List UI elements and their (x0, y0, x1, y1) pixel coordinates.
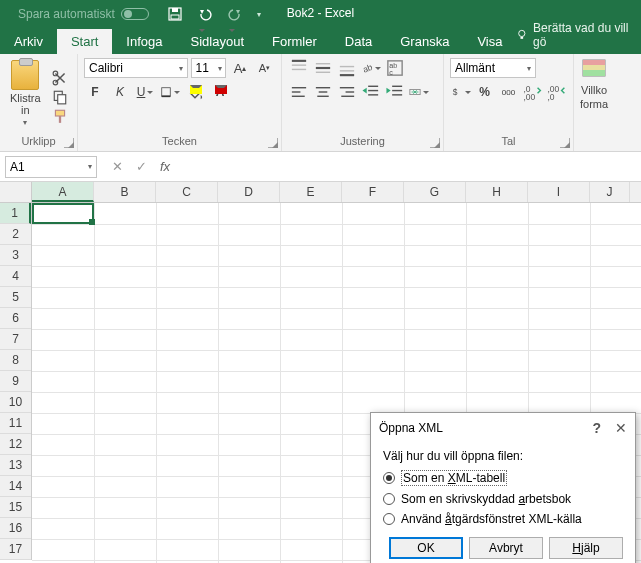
orientation-icon[interactable]: ab (360, 58, 382, 78)
close-icon[interactable]: ✕ (615, 420, 627, 436)
merge-center-icon[interactable] (408, 82, 430, 102)
row-header[interactable]: 10 (0, 392, 31, 413)
col-header[interactable]: I (528, 182, 590, 202)
undo-icon[interactable] (197, 6, 213, 22)
tab-review[interactable]: Granska (386, 29, 463, 54)
col-header[interactable]: A (32, 182, 94, 202)
document-title: Bok2 - Excel (221, 6, 421, 20)
cut-icon[interactable] (51, 70, 69, 86)
font-color-button[interactable]: A (209, 82, 231, 102)
cancel-button[interactable]: Avbryt (469, 537, 543, 559)
copy-icon[interactable] (51, 89, 69, 105)
col-header[interactable]: D (218, 182, 280, 202)
col-header[interactable]: E (280, 182, 342, 202)
help-icon[interactable]: ? (592, 420, 601, 436)
col-header[interactable]: B (94, 182, 156, 202)
option-xml-table[interactable]: Som en XML-tabell (383, 467, 623, 489)
underline-button[interactable]: U (134, 82, 156, 102)
col-header[interactable]: G (404, 182, 466, 202)
conditional-formatting-icon (581, 58, 607, 82)
row-header[interactable]: 15 (0, 497, 31, 518)
col-header[interactable]: C (156, 182, 218, 202)
increase-decimal-icon[interactable]: ,0,00 (521, 82, 543, 102)
row-header[interactable]: 8 (0, 350, 31, 371)
group-styles: Villko forma (574, 54, 634, 151)
decrease-font-icon[interactable]: A▾ (254, 58, 275, 78)
radio-icon[interactable] (383, 513, 395, 525)
format-painter-icon[interactable] (51, 108, 69, 124)
align-middle-icon[interactable] (312, 58, 334, 78)
row-header[interactable]: 6 (0, 308, 31, 329)
accept-formula-icon[interactable]: ✓ (129, 156, 153, 178)
select-all-corner[interactable] (0, 182, 32, 203)
font-name-select[interactable]: Calibri▾ (84, 58, 188, 78)
col-header[interactable]: H (466, 182, 528, 202)
tab-file[interactable]: Arkiv (0, 29, 57, 54)
col-header[interactable]: F (342, 182, 404, 202)
align-center-icon[interactable] (312, 82, 334, 102)
option-xml-source-pane[interactable]: Använd åtgärdsfönstret XML-källa (383, 509, 623, 529)
dialog-prompt: Välj hur du vill öppna filen: (383, 449, 623, 463)
row-header[interactable]: 4 (0, 266, 31, 287)
comma-format-icon[interactable]: 000 (498, 82, 520, 102)
font-size-select[interactable]: 11▾ (191, 58, 226, 78)
border-button[interactable] (159, 82, 181, 102)
decrease-decimal-icon[interactable]: ,00,0 (545, 82, 567, 102)
align-top-icon[interactable] (288, 58, 310, 78)
ok-button[interactable]: OK (389, 537, 463, 559)
percent-format-icon[interactable]: % (474, 82, 496, 102)
row-header[interactable]: 9 (0, 371, 31, 392)
col-header[interactable]: J (590, 182, 630, 202)
option-readonly-workbook[interactable]: Som en skrivskyddad arbetsbok (383, 489, 623, 509)
help-button[interactable]: Hjälp (549, 537, 623, 559)
align-bottom-icon[interactable] (336, 58, 358, 78)
name-box[interactable]: A1▾ (5, 156, 97, 178)
row-header[interactable]: 7 (0, 329, 31, 350)
tell-me-search[interactable]: Berätta vad du vill gö (516, 21, 641, 54)
wrap-text-icon[interactable]: abc (384, 58, 406, 78)
number-format-select[interactable]: Allmänt▾ (450, 58, 536, 78)
radio-checked-icon[interactable] (383, 472, 395, 484)
row-header[interactable]: 2 (0, 224, 31, 245)
toggle-off-icon[interactable] (121, 8, 149, 20)
row-header[interactable]: 14 (0, 476, 31, 497)
dialog-launcher-font[interactable] (268, 138, 278, 148)
dialog-titlebar[interactable]: Öppna XML ? ✕ (371, 413, 635, 443)
row-header[interactable]: 16 (0, 518, 31, 539)
row-header[interactable]: 5 (0, 287, 31, 308)
fill-color-button[interactable] (184, 82, 206, 102)
align-left-icon[interactable] (288, 82, 310, 102)
formula-input[interactable] (177, 156, 636, 178)
cancel-formula-icon[interactable]: ✕ (105, 156, 129, 178)
bold-button[interactable]: F (84, 82, 106, 102)
insert-function-icon[interactable]: fx (153, 156, 177, 178)
dialog-launcher-alignment[interactable] (430, 138, 440, 148)
italic-button[interactable]: K (109, 82, 131, 102)
increase-indent-icon[interactable] (384, 82, 406, 102)
selected-cell[interactable] (32, 203, 94, 224)
tab-formulas[interactable]: Formler (258, 29, 331, 54)
open-xml-dialog: Öppna XML ? ✕ Välj hur du vill öppna fil… (370, 412, 636, 563)
tab-pagelayout[interactable]: Sidlayout (177, 29, 258, 54)
tab-home[interactable]: Start (57, 29, 112, 54)
dialog-launcher-number[interactable] (560, 138, 570, 148)
row-header[interactable]: 13 (0, 455, 31, 476)
decrease-indent-icon[interactable] (360, 82, 382, 102)
tab-insert[interactable]: Infoga (112, 29, 176, 54)
paste-button[interactable]: Klistra in ▾ (6, 58, 45, 135)
autosave-toggle[interactable]: Spara automatiskt (18, 7, 149, 21)
row-header[interactable]: 1 (0, 203, 31, 224)
dialog-launcher-clipboard[interactable] (64, 138, 74, 148)
increase-font-icon[interactable]: A▴ (229, 58, 250, 78)
accounting-format-icon[interactable]: $ (450, 82, 472, 102)
conditional-formatting-button[interactable]: Villko forma (580, 58, 608, 149)
row-header[interactable]: 12 (0, 434, 31, 455)
tab-data[interactable]: Data (331, 29, 386, 54)
align-right-icon[interactable] (336, 82, 358, 102)
row-header[interactable]: 17 (0, 539, 31, 560)
tab-view[interactable]: Visa (463, 29, 516, 54)
save-icon[interactable] (167, 6, 183, 22)
radio-icon[interactable] (383, 493, 395, 505)
row-header[interactable]: 11 (0, 413, 31, 434)
row-header[interactable]: 3 (0, 245, 31, 266)
